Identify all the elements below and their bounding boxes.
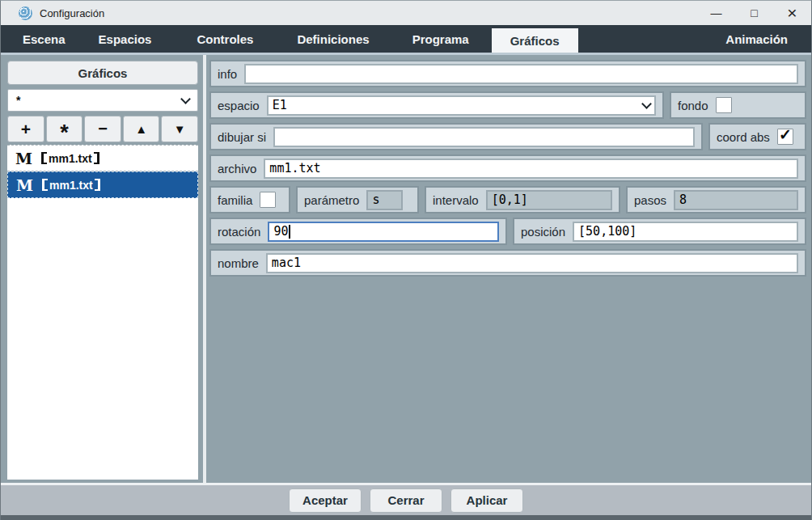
- window-title: Configuración: [40, 7, 104, 19]
- list-item-label: mm1.txt: [49, 179, 93, 192]
- text-caret: [289, 225, 290, 239]
- list-item-selected[interactable]: M mm1.txt: [7, 171, 198, 198]
- info-input[interactable]: [244, 64, 798, 84]
- plus-icon: +: [21, 120, 31, 139]
- triangle-up-icon: ▲: [135, 122, 147, 136]
- title-bar: Configuración — □ ×: [1, 1, 811, 25]
- archivo-label: archivo: [218, 162, 256, 175]
- coord-abs-group: coord abs ✓: [708, 123, 806, 150]
- window-bottom-edge: [1, 515, 811, 520]
- nombre-group: nombre mac1: [209, 249, 806, 277]
- sidebar-header: Gráficos: [7, 61, 198, 85]
- rotacion-label: rotación: [218, 225, 260, 239]
- remove-graphic-button[interactable]: −: [84, 116, 121, 142]
- nombre-label: nombre: [218, 256, 259, 270]
- lenticular-bracket-left-icon: [41, 152, 47, 164]
- parametro-input: s: [366, 190, 403, 210]
- move-down-button[interactable]: ▼: [161, 116, 198, 142]
- info-group: info: [209, 60, 806, 87]
- move-up-button[interactable]: ▲: [123, 116, 160, 142]
- coord-abs-checkbox[interactable]: ✓: [777, 129, 793, 145]
- tab-programa[interactable]: Programa: [412, 25, 469, 53]
- app-icon: [19, 6, 32, 20]
- rotacion-input[interactable]: 90: [268, 222, 499, 242]
- duplicate-graphic-button[interactable]: *: [46, 116, 83, 142]
- minus-icon: −: [98, 120, 108, 138]
- coord-abs-label: coord abs: [717, 130, 770, 144]
- archivo-value: mm1.txt: [269, 161, 320, 175]
- list-toolbar: + * − ▲ ▼: [7, 116, 198, 142]
- dibujar-si-group: dibujar si: [209, 123, 703, 150]
- posicion-input[interactable]: [50,100]: [573, 222, 798, 242]
- tab-bar: Escena Espacios Controles Definiciones P…: [1, 25, 811, 53]
- graphic-properties-form: info espacio E1 fondo: [206, 55, 811, 483]
- nombre-input[interactable]: mac1: [266, 253, 798, 273]
- parametro-group: parámetro s: [296, 186, 419, 213]
- nombre-value: mac1: [272, 256, 301, 270]
- parametro-label: parámetro: [304, 193, 359, 207]
- lenticular-bracket-right-icon: [94, 152, 99, 164]
- pasos-value: 8: [679, 192, 687, 207]
- chevron-down-icon: [641, 99, 652, 109]
- tab-controles[interactable]: Controles: [197, 25, 253, 53]
- list-item-label: mm1.txt: [49, 152, 92, 165]
- fondo-group: fondo: [670, 91, 806, 119]
- tab-definiciones[interactable]: Definiciones: [297, 25, 369, 53]
- tab-graficos[interactable]: Gráficos: [492, 28, 578, 53]
- add-graphic-button[interactable]: +: [7, 116, 44, 142]
- pasos-input: 8: [674, 190, 798, 210]
- filter-value: *: [16, 94, 20, 107]
- intervalo-group: intervalo [0,1]: [425, 186, 620, 213]
- posicion-value: [50,100]: [578, 224, 636, 239]
- content-area: Gráficos * + * − ▲ ▼ M mm1.txt: [1, 55, 811, 483]
- pasos-label: pasos: [634, 193, 666, 207]
- tab-espacios[interactable]: Espacios: [99, 25, 152, 53]
- graphics-list: M mm1.txt M mm1.txt: [7, 145, 198, 480]
- familia-checkbox[interactable]: [260, 192, 276, 208]
- minimize-icon: —: [711, 6, 722, 19]
- dibujar-si-input[interactable]: [273, 127, 695, 147]
- dibujar-si-label: dibujar si: [218, 130, 266, 144]
- espacio-group: espacio E1: [209, 91, 664, 119]
- footer-bar: Aceptar Cerrar Aplicar: [1, 485, 811, 515]
- fondo-label: fondo: [678, 99, 708, 112]
- tab-animacion[interactable]: Animación: [725, 25, 788, 53]
- tab-escena[interactable]: Escena: [23, 25, 66, 53]
- close-icon: ×: [787, 3, 797, 23]
- cerrar-button[interactable]: Cerrar: [370, 488, 442, 513]
- intervalo-value: [0,1]: [492, 192, 528, 207]
- espacio-value: E1: [273, 98, 287, 112]
- parametro-value: s: [372, 192, 379, 207]
- familia-label: familia: [218, 193, 252, 207]
- rotacion-group: rotación 90: [209, 218, 507, 245]
- triangle-down-icon: ▼: [174, 122, 186, 136]
- archivo-input[interactable]: mm1.txt: [264, 159, 798, 179]
- aceptar-button[interactable]: Aceptar: [289, 488, 362, 513]
- list-item[interactable]: M mm1.txt: [7, 145, 198, 171]
- close-button[interactable]: ×: [773, 1, 811, 25]
- macro-type-icon: M: [16, 176, 33, 194]
- espacio-select[interactable]: E1: [267, 95, 656, 116]
- familia-group: familia: [209, 186, 290, 213]
- posicion-group: posición [50,100]: [513, 218, 806, 245]
- configuration-window: Configuración — □ × Escena Espacios Cont…: [0, 0, 812, 520]
- intervalo-input: [0,1]: [486, 190, 612, 210]
- archivo-group: archivo mm1.txt: [209, 154, 806, 182]
- graphics-filter-select[interactable]: *: [7, 89, 198, 112]
- minimize-button[interactable]: —: [697, 1, 735, 25]
- rotacion-value: 90: [273, 224, 288, 239]
- macro-type-icon: M: [15, 150, 32, 167]
- posicion-label: posición: [521, 225, 565, 239]
- aplicar-button[interactable]: Aplicar: [450, 488, 523, 513]
- graphics-sidebar: Gráficos * + * − ▲ ▼ M mm1.txt: [1, 55, 203, 483]
- asterisk-icon: *: [60, 120, 69, 146]
- fondo-checkbox[interactable]: [716, 97, 732, 113]
- intervalo-label: intervalo: [433, 193, 479, 207]
- window-controls: — □ ×: [697, 1, 811, 25]
- info-label: info: [218, 67, 237, 81]
- chevron-down-icon: [180, 94, 191, 104]
- lenticular-bracket-left-icon: [42, 179, 48, 191]
- maximize-button[interactable]: □: [735, 1, 773, 25]
- pasos-group: pasos 8: [626, 186, 806, 213]
- maximize-icon: □: [751, 6, 757, 19]
